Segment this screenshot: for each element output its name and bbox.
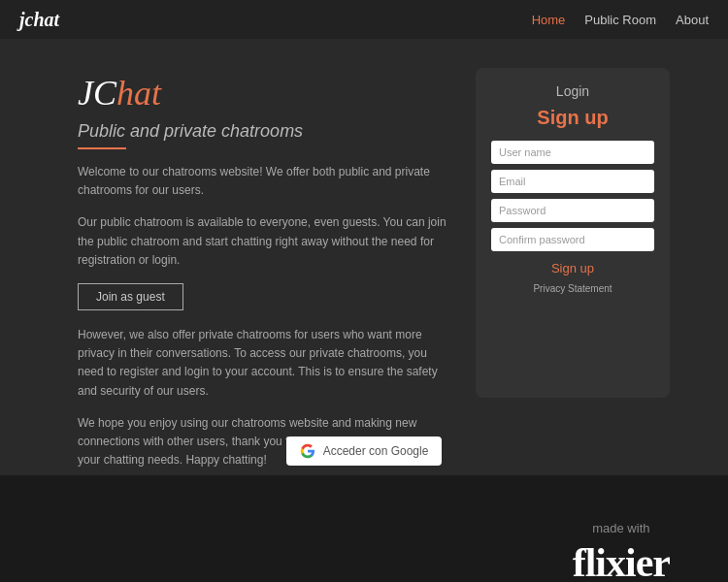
privacy-link[interactable]: Privacy Statement <box>533 283 612 294</box>
username-field[interactable] <box>491 141 654 164</box>
desc-3: However, we also offer private chatrooms… <box>78 326 447 401</box>
password-field[interactable] <box>491 199 654 222</box>
signup-title: Sign up <box>537 107 608 129</box>
google-btn-label: Acceder con Google <box>323 444 429 458</box>
signup-button[interactable]: Sign up <box>551 261 594 275</box>
join-guest-button[interactable]: Join as guest <box>78 283 183 310</box>
login-panel: Login Sign up Sign up Privacy Statement <box>476 68 670 398</box>
brand-logo: JChat <box>78 73 161 113</box>
made-with-text: made with <box>573 521 670 535</box>
login-title: Login <box>556 83 589 99</box>
tagline: Public and private chatrooms <box>78 121 447 142</box>
nav-logo: jchat <box>19 9 59 31</box>
google-icon <box>300 443 315 459</box>
nav-link-about[interactable]: About <box>676 13 709 27</box>
divider <box>78 147 126 149</box>
flixier-brand: flixier <box>573 539 670 583</box>
nav-link-public-room[interactable]: Public Room <box>584 13 656 27</box>
main-content: JChat Public and private chatrooms Welco… <box>0 39 728 427</box>
hero-section: JChat Public and private chatrooms Welco… <box>78 68 447 398</box>
desc-1: Welcome to our chatrooms website! We off… <box>78 163 447 200</box>
email-field[interactable] <box>491 170 654 193</box>
confirm-password-field[interactable] <box>491 228 654 251</box>
desc-2: Our public chatroom is available to ever… <box>78 213 447 270</box>
google-signin-button[interactable]: Acceder con Google <box>286 436 443 466</box>
nav-link-home[interactable]: Home <box>532 13 566 27</box>
navbar: jchat Home Public Room About <box>0 0 728 39</box>
nav-links: Home Public Room About <box>532 11 709 28</box>
footer: made with flixier <box>0 475 728 582</box>
made-with-section: made with flixier <box>573 521 670 583</box>
